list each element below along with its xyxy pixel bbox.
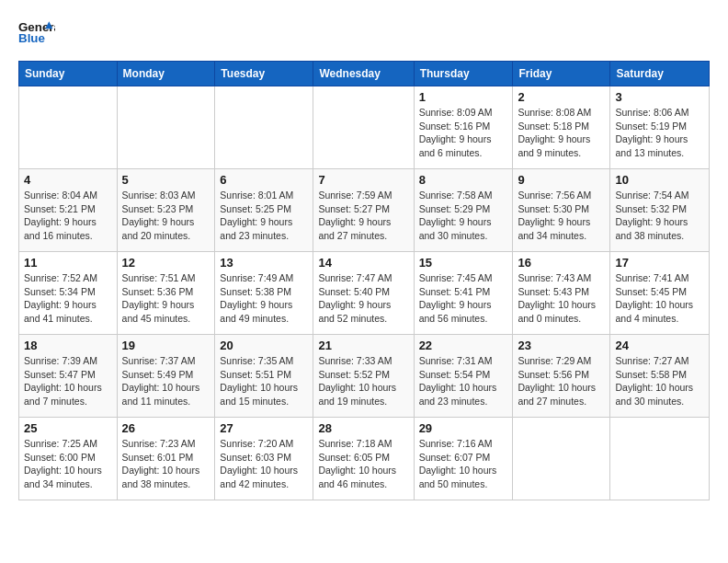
week-row-5: 25Sunrise: 7:25 AMSunset: 6:00 PMDayligh… <box>19 418 710 500</box>
calendar-cell: 14Sunrise: 7:47 AMSunset: 5:40 PMDayligh… <box>313 252 414 335</box>
day-number: 3 <box>615 90 704 104</box>
day-number: 27 <box>220 421 308 435</box>
calendar-table: SundayMondayTuesdayWednesdayThursdayFrid… <box>18 61 710 500</box>
day-of-week-friday: Friday <box>513 62 610 86</box>
day-detail: Sunrise: 8:04 AMSunset: 5:21 PMDaylight:… <box>24 189 112 243</box>
calendar-cell: 12Sunrise: 7:51 AMSunset: 5:36 PMDayligh… <box>117 252 215 335</box>
calendar-cell: 8Sunrise: 7:58 AMSunset: 5:29 PMDaylight… <box>414 169 513 252</box>
calendar-cell: 7Sunrise: 7:59 AMSunset: 5:27 PMDaylight… <box>313 169 414 252</box>
day-number: 14 <box>318 256 408 270</box>
page-header: General Blue <box>18 15 710 52</box>
day-number: 28 <box>318 421 408 435</box>
calendar-cell: 5Sunrise: 8:03 AMSunset: 5:23 PMDaylight… <box>117 169 215 252</box>
logo: General Blue <box>18 15 55 52</box>
day-detail: Sunrise: 7:20 AMSunset: 6:03 PMDaylight:… <box>220 437 308 491</box>
calendar-cell: 27Sunrise: 7:20 AMSunset: 6:03 PMDayligh… <box>215 418 313 500</box>
day-number: 19 <box>122 339 210 352</box>
day-number: 15 <box>419 256 508 270</box>
calendar-cell: 13Sunrise: 7:49 AMSunset: 5:38 PMDayligh… <box>215 252 313 335</box>
day-number: 24 <box>615 339 704 352</box>
calendar-cell: 28Sunrise: 7:18 AMSunset: 6:05 PMDayligh… <box>313 418 414 500</box>
calendar-cell <box>513 418 610 500</box>
day-detail: Sunrise: 8:08 AMSunset: 5:18 PMDaylight:… <box>518 106 605 160</box>
day-detail: Sunrise: 7:16 AMSunset: 6:07 PMDaylight:… <box>419 437 508 491</box>
calendar-cell: 25Sunrise: 7:25 AMSunset: 6:00 PMDayligh… <box>19 418 118 500</box>
calendar-cell: 6Sunrise: 8:01 AMSunset: 5:25 PMDaylight… <box>215 169 313 252</box>
calendar-cell: 20Sunrise: 7:35 AMSunset: 5:51 PMDayligh… <box>215 335 313 418</box>
week-row-3: 11Sunrise: 7:52 AMSunset: 5:34 PMDayligh… <box>19 252 710 335</box>
calendar-cell: 4Sunrise: 8:04 AMSunset: 5:21 PMDaylight… <box>19 169 118 252</box>
day-detail: Sunrise: 7:37 AMSunset: 5:49 PMDaylight:… <box>122 354 210 408</box>
day-detail: Sunrise: 7:41 AMSunset: 5:45 PMDaylight:… <box>615 271 704 326</box>
day-detail: Sunrise: 8:03 AMSunset: 5:23 PMDaylight:… <box>122 189 210 243</box>
day-detail: Sunrise: 7:54 AMSunset: 5:32 PMDaylight:… <box>615 189 704 243</box>
day-detail: Sunrise: 7:35 AMSunset: 5:51 PMDaylight:… <box>220 354 308 408</box>
calendar-cell: 26Sunrise: 7:23 AMSunset: 6:01 PMDayligh… <box>117 418 215 500</box>
day-number: 12 <box>122 256 210 270</box>
calendar-cell: 22Sunrise: 7:31 AMSunset: 5:54 PMDayligh… <box>414 335 513 418</box>
calendar-cell: 15Sunrise: 7:45 AMSunset: 5:41 PMDayligh… <box>414 252 513 335</box>
day-of-week-sunday: Sunday <box>19 62 118 86</box>
day-number: 29 <box>419 421 508 435</box>
day-detail: Sunrise: 7:51 AMSunset: 5:36 PMDaylight:… <box>122 271 210 326</box>
calendar-cell: 18Sunrise: 7:39 AMSunset: 5:47 PMDayligh… <box>19 335 118 418</box>
day-number: 6 <box>220 173 308 187</box>
calendar-cell <box>19 86 118 169</box>
calendar-cell: 17Sunrise: 7:41 AMSunset: 5:45 PMDayligh… <box>610 252 710 335</box>
day-detail: Sunrise: 7:47 AMSunset: 5:40 PMDaylight:… <box>318 271 408 326</box>
day-of-week-tuesday: Tuesday <box>215 62 313 86</box>
day-number: 20 <box>220 339 308 352</box>
day-number: 1 <box>419 90 508 104</box>
day-number: 13 <box>220 256 308 270</box>
day-number: 26 <box>122 421 210 435</box>
day-number: 25 <box>24 421 112 435</box>
calendar-cell: 23Sunrise: 7:29 AMSunset: 5:56 PMDayligh… <box>513 335 610 418</box>
calendar-cell <box>215 86 313 169</box>
day-number: 22 <box>419 339 508 352</box>
day-detail: Sunrise: 8:01 AMSunset: 5:25 PMDaylight:… <box>220 189 308 243</box>
day-number: 21 <box>318 339 408 352</box>
calendar-cell <box>610 418 710 500</box>
day-number: 16 <box>518 256 605 270</box>
calendar-cell: 24Sunrise: 7:27 AMSunset: 5:58 PMDayligh… <box>610 335 710 418</box>
calendar-cell: 9Sunrise: 7:56 AMSunset: 5:30 PMDaylight… <box>513 169 610 252</box>
day-detail: Sunrise: 8:09 AMSunset: 5:16 PMDaylight:… <box>419 106 508 160</box>
day-detail: Sunrise: 7:33 AMSunset: 5:52 PMDaylight:… <box>318 354 408 408</box>
calendar-cell: 2Sunrise: 8:08 AMSunset: 5:18 PMDaylight… <box>513 86 610 169</box>
day-detail: Sunrise: 7:27 AMSunset: 5:58 PMDaylight:… <box>615 354 704 408</box>
logo-icon: General Blue <box>18 15 55 52</box>
day-number: 4 <box>24 173 112 187</box>
day-detail: Sunrise: 7:23 AMSunset: 6:01 PMDaylight:… <box>122 437 210 491</box>
calendar-cell: 11Sunrise: 7:52 AMSunset: 5:34 PMDayligh… <box>19 252 118 335</box>
calendar-cell: 29Sunrise: 7:16 AMSunset: 6:07 PMDayligh… <box>414 418 513 500</box>
day-detail: Sunrise: 7:29 AMSunset: 5:56 PMDaylight:… <box>518 354 605 408</box>
day-detail: Sunrise: 7:45 AMSunset: 5:41 PMDaylight:… <box>419 271 508 326</box>
day-detail: Sunrise: 7:49 AMSunset: 5:38 PMDaylight:… <box>220 271 308 326</box>
day-of-week-saturday: Saturday <box>610 62 710 86</box>
day-detail: Sunrise: 7:58 AMSunset: 5:29 PMDaylight:… <box>419 189 508 243</box>
day-detail: Sunrise: 7:43 AMSunset: 5:43 PMDaylight:… <box>518 271 605 326</box>
calendar-cell: 19Sunrise: 7:37 AMSunset: 5:49 PMDayligh… <box>117 335 215 418</box>
day-number: 9 <box>518 173 605 187</box>
calendar-cell: 10Sunrise: 7:54 AMSunset: 5:32 PMDayligh… <box>610 169 710 252</box>
calendar-cell <box>313 86 414 169</box>
day-of-week-thursday: Thursday <box>414 62 513 86</box>
calendar-cell: 3Sunrise: 8:06 AMSunset: 5:19 PMDaylight… <box>610 86 710 169</box>
day-number: 11 <box>24 256 112 270</box>
day-number: 8 <box>419 173 508 187</box>
svg-text:Blue: Blue <box>18 31 45 45</box>
calendar-cell <box>117 86 215 169</box>
day-detail: Sunrise: 7:56 AMSunset: 5:30 PMDaylight:… <box>518 189 605 243</box>
day-number: 2 <box>518 90 605 104</box>
week-row-4: 18Sunrise: 7:39 AMSunset: 5:47 PMDayligh… <box>19 335 710 418</box>
day-detail: Sunrise: 7:39 AMSunset: 5:47 PMDaylight:… <box>24 354 112 408</box>
day-detail: Sunrise: 7:31 AMSunset: 5:54 PMDaylight:… <box>419 354 508 408</box>
day-of-week-wednesday: Wednesday <box>313 62 414 86</box>
day-detail: Sunrise: 7:18 AMSunset: 6:05 PMDaylight:… <box>318 437 408 491</box>
calendar-header: SundayMondayTuesdayWednesdayThursdayFrid… <box>19 62 710 86</box>
day-detail: Sunrise: 8:06 AMSunset: 5:19 PMDaylight:… <box>615 106 704 160</box>
calendar-body: 1Sunrise: 8:09 AMSunset: 5:16 PMDaylight… <box>19 86 710 500</box>
days-of-week-row: SundayMondayTuesdayWednesdayThursdayFrid… <box>19 62 710 86</box>
week-row-1: 1Sunrise: 8:09 AMSunset: 5:16 PMDaylight… <box>19 86 710 169</box>
calendar-cell: 21Sunrise: 7:33 AMSunset: 5:52 PMDayligh… <box>313 335 414 418</box>
